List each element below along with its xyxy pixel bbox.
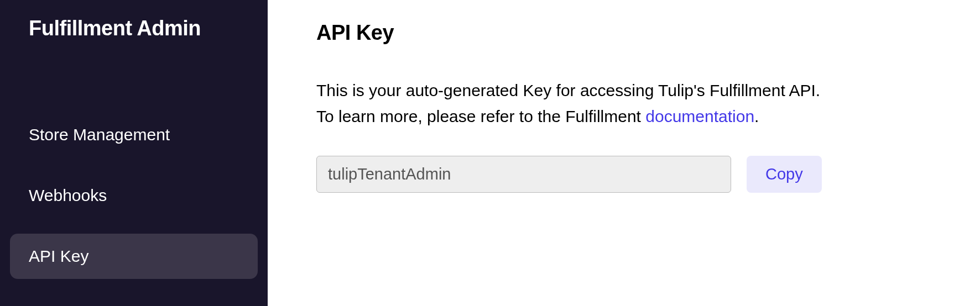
description-line2-suffix: . (754, 107, 759, 125)
sidebar: Fulfillment Admin Store Management Webho… (0, 0, 268, 306)
sidebar-item-webhooks[interactable]: Webhooks (10, 173, 258, 218)
api-key-input[interactable] (316, 156, 731, 193)
api-key-row: Copy (316, 156, 931, 193)
documentation-link[interactable]: documentation (645, 107, 754, 125)
sidebar-item-label: Webhooks (29, 186, 107, 204)
page-title: API Key (316, 21, 931, 45)
sidebar-nav: Store Management Webhooks API Key (0, 112, 268, 279)
api-key-description: This is your auto-generated Key for acce… (316, 78, 931, 129)
main-content: API Key This is your auto-generated Key … (268, 0, 980, 306)
sidebar-item-label: Store Management (29, 125, 170, 144)
sidebar-title: Fulfillment Admin (0, 17, 268, 40)
description-line1: This is your auto-generated Key for acce… (316, 81, 820, 99)
sidebar-item-api-key[interactable]: API Key (10, 234, 258, 279)
sidebar-item-label: API Key (29, 247, 88, 265)
copy-button[interactable]: Copy (747, 156, 822, 193)
description-line2-prefix: To learn more, please refer to the Fulfi… (316, 107, 645, 125)
sidebar-item-store-management[interactable]: Store Management (10, 112, 258, 157)
